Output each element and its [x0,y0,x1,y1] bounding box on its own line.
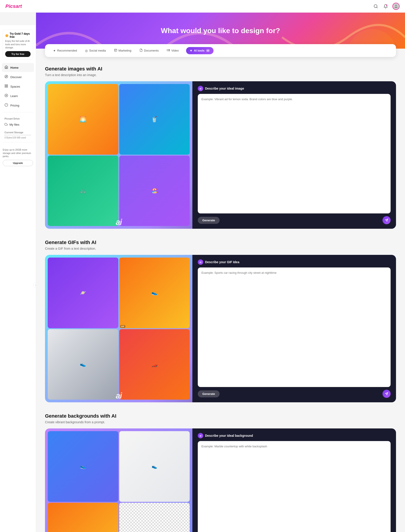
avatar[interactable] [392,3,400,10]
bg-preview-1: 👟 [48,431,118,502]
gif-prompt-input[interactable] [198,267,391,387]
ai-card-images: 🌅 🥤 🚲 🏖️ ai [45,81,396,229]
tab-social-media[interactable]: ◎ Social media [81,47,109,54]
storage-title: Current Storage [5,131,31,134]
storage-section: Current Storage 0 Bytes/100 MB used [0,128,36,140]
storage-bar [5,135,31,136]
tab-recommended[interactable]: ✦ Recommended [49,47,81,54]
tab-marketing[interactable]: Marketing [110,47,135,54]
gold-badge: ◉ Try Gold 7 days free [5,32,31,39]
gif-preview-3: 👟 [48,329,118,400]
sidebar-item-home-label: Home [10,66,19,69]
image-form-header: ai Describe your ideal image [198,86,391,91]
section-gifs-title: Generate GIFs with AI [45,239,396,246]
section-generate-gifs: Generate GIFs with AI Create a GIF from … [45,239,396,402]
preview-img-1: 🌅 [48,84,118,155]
preview-img-2: 🥤 [119,84,190,155]
sidebar-collapse-button[interactable]: ‹ [33,282,36,288]
my-files-item[interactable]: My files [0,121,36,128]
generate-images-button[interactable]: Generate [198,217,219,224]
sidebar-item-learn-label: Learn [10,94,18,98]
sidebar: ◉ Try Gold 7 days free Enjoy the full su… [0,25,36,532]
tab-recommended-label: Recommended [57,49,77,52]
bg-prompt-input[interactable] [198,441,391,532]
sidebar-item-discover[interactable]: Discover [2,73,34,82]
app-logo[interactable]: Picsart [5,3,22,9]
bg-preview-3: 👟 [48,503,118,532]
generate-gifs-button[interactable]: Generate [198,390,219,397]
gif-card-preview: 🪐 👟 GIF 👟 🏎️ [45,255,192,402]
upgrade-button[interactable]: Upgrade [3,160,33,166]
svg-point-2 [386,5,387,6]
tab-marketing-label: Marketing [119,49,131,52]
tab-social-media-label: Social media [89,49,106,52]
learn-icon [5,94,8,98]
gif-send-button[interactable] [383,390,391,398]
drive-section-title: Picsart Drive [0,116,36,121]
sidebar-item-pricing[interactable]: Pricing [2,101,34,110]
svg-point-10 [5,94,8,97]
sidebar-item-spaces[interactable]: Spaces [2,82,34,91]
ai-badge: ai [206,49,210,52]
ai-icon-bg: ai [198,433,203,438]
cloud-icon [5,123,8,127]
section-gifs-desc: Create a GIF from a text description. [45,247,396,250]
tab-divider [184,48,184,54]
home-icon [5,65,8,70]
tab-video[interactable]: Video [163,47,182,54]
video-icon [167,49,170,53]
gold-description: Enjoy the full suite of AI tools and ton… [5,39,31,49]
preview-img-3: 🚲 [48,156,118,226]
svg-marker-20 [169,49,170,51]
sidebar-item-pricing-label: Pricing [10,104,19,107]
gif-previews-grid: 🪐 👟 GIF 👟 🏎️ [45,255,192,402]
gif-card-form: ai Describe your GIF Idea Generate [192,255,396,402]
section-bg-title: Generate backgrounds with AI [45,413,396,419]
sidebar-divider [3,112,33,112]
social-media-icon: ◎ [85,49,88,53]
svg-rect-6 [5,85,6,86]
tab-video-label: Video [171,49,179,52]
preview-img-4: 🏖️ [119,156,190,226]
svg-rect-9 [5,86,6,87]
ai-card-backgrounds: 👟 👟 👟 👟 ai [45,429,396,532]
sidebar-item-spaces-label: Spaces [10,85,20,88]
image-prompt-input[interactable] [198,94,391,213]
bg-form-header: ai Describe your ideal background [198,433,391,438]
recommended-icon: ✦ [53,49,56,53]
upgrade-description: Enjoy up to 20GB more storage and other … [3,148,33,158]
image-card-preview: 🌅 🥤 🚲 🏖️ ai [45,81,192,229]
sidebar-item-learn[interactable]: Learn [2,91,34,100]
main-content: What would you like to design for? ✦ Rec… [36,13,405,532]
sidebar-item-home[interactable]: Home [2,63,34,72]
ai-icon-gifs: ai [198,259,203,265]
image-send-button[interactable] [383,216,391,224]
documents-icon [140,49,143,53]
navbar-actions [373,3,400,10]
svg-rect-8 [7,86,8,87]
svg-rect-16 [114,49,117,52]
tab-ai-tools[interactable]: ✦ AI tools ai [186,47,214,54]
ai-icon-images: ai [198,86,203,91]
sidebar-divider-2 [3,142,33,142]
marketing-icon [114,49,117,53]
navbar: Picsart [0,0,405,13]
content-area: Generate images with AI Turn a text desc… [36,57,405,532]
hero-banner: What would you like to design for? [36,13,405,49]
search-icon[interactable] [373,3,379,9]
svg-point-3 [395,5,397,6]
section-images-title: Generate images with AI [45,66,396,72]
bell-icon[interactable] [383,3,389,9]
svg-line-1 [377,7,378,8]
tabs-container: ✦ Recommended ◎ Social media Marketing D… [45,44,396,57]
bg-card-preview: 👟 👟 👟 👟 ai [45,429,192,532]
tab-documents[interactable]: Documents [136,47,162,54]
gif-card-footer: Generate [198,390,391,398]
sidebar-item-discover-label: Discover [10,75,22,79]
tab-ai-tools-label: AI tools [194,49,204,52]
hero-title: What would you like to design for? [161,27,280,35]
try-gold-button[interactable]: Try for free [5,51,31,57]
svg-point-11 [6,95,7,96]
tab-documents-label: Documents [144,49,159,52]
section-bg-desc: Create vibrant backgrounds from a prompt… [45,420,396,424]
